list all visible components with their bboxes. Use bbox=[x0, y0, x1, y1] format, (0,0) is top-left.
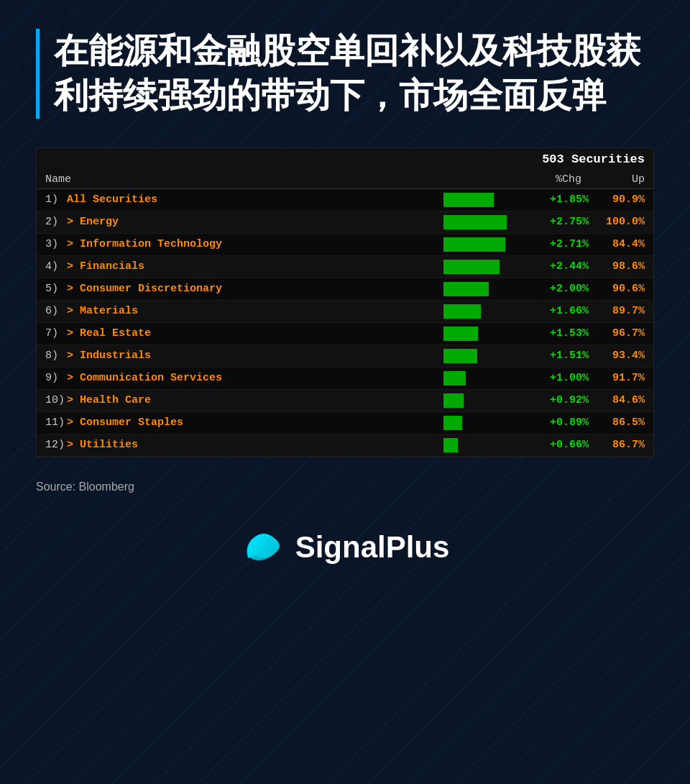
table-row: 8) > Industrials +1.51% 93.4% bbox=[37, 345, 653, 368]
bar-indicator bbox=[443, 237, 505, 252]
row-pct-change: +2.75% bbox=[530, 216, 594, 228]
col-header-name: Name bbox=[45, 173, 357, 186]
row-up-pct: 86.7% bbox=[594, 439, 645, 451]
row-bar-cell bbox=[443, 438, 530, 452]
table-row: 5) > Consumer Discretionary +2.00% 90.6% bbox=[37, 278, 653, 301]
row-up-pct: 86.5% bbox=[594, 416, 645, 429]
bar-indicator bbox=[443, 260, 500, 274]
bar-indicator bbox=[443, 215, 507, 229]
table-row: 9) > Communication Services +1.00% 91.7% bbox=[37, 368, 653, 390]
row-bar-cell bbox=[443, 349, 530, 363]
table-body: 1) All Securities +1.85% 90.9% 2) > Ener… bbox=[37, 189, 653, 457]
securities-table: 503 Securities Name %Chg Up 1) All Secur… bbox=[36, 147, 654, 457]
row-sector-name: > Health Care bbox=[67, 394, 443, 406]
column-headers: Name %Chg Up bbox=[37, 170, 653, 189]
row-up-pct: 90.6% bbox=[594, 283, 645, 295]
table-row: 3) > Information Technology +2.71% 84.4% bbox=[37, 234, 653, 256]
col-header-up: Up bbox=[587, 173, 645, 186]
col-header-bar-spacer bbox=[357, 173, 443, 186]
row-up-pct: 84.6% bbox=[594, 394, 645, 406]
row-sector-name: > Consumer Discretionary bbox=[67, 283, 443, 295]
row-number: 11) bbox=[45, 416, 67, 429]
row-bar-cell bbox=[443, 327, 530, 341]
row-pct-change: +0.92% bbox=[530, 394, 594, 406]
row-sector-name: > Information Technology bbox=[67, 238, 443, 250]
row-up-pct: 96.7% bbox=[594, 327, 645, 339]
row-up-pct: 90.9% bbox=[594, 193, 645, 206]
row-number: 10) bbox=[45, 394, 67, 406]
row-bar-cell bbox=[443, 282, 530, 296]
logo-section: SignalPlus bbox=[36, 529, 654, 565]
table-row: 10) > Health Care +0.92% 84.6% bbox=[37, 390, 653, 412]
bar-indicator bbox=[443, 349, 477, 363]
row-bar-cell bbox=[443, 215, 530, 229]
row-pct-change: +0.89% bbox=[530, 416, 594, 429]
row-pct-change: +1.00% bbox=[530, 372, 594, 384]
row-bar-cell bbox=[443, 260, 530, 274]
row-number: 9) bbox=[45, 372, 67, 384]
main-container: 在能源和金融股空单回补以及科技股获利持续强劲的带动下，市场全面反弹 503 Se… bbox=[0, 0, 690, 594]
row-number: 12) bbox=[45, 439, 67, 451]
row-sector-name: > Communication Services bbox=[67, 372, 443, 384]
row-number: 3) bbox=[45, 238, 67, 250]
row-number: 7) bbox=[45, 327, 67, 339]
col-header-pct: %Chg bbox=[443, 173, 587, 186]
securities-count: 503 Securities bbox=[542, 152, 645, 166]
source-attribution: Source: Bloomberg bbox=[36, 480, 654, 493]
table-row: 6) > Materials +1.66% 89.7% bbox=[37, 301, 653, 323]
bar-indicator bbox=[443, 327, 478, 341]
row-sector-name: > Utilities bbox=[67, 439, 443, 451]
row-pct-change: +2.00% bbox=[530, 283, 594, 295]
table-row: 4) > Financials +2.44% 98.6% bbox=[37, 256, 653, 278]
row-sector-name: > Real Estate bbox=[67, 327, 443, 339]
row-up-pct: 93.4% bbox=[594, 350, 645, 362]
signalplus-logo-icon bbox=[241, 529, 284, 565]
row-bar-cell bbox=[443, 416, 530, 430]
bar-indicator bbox=[443, 438, 458, 452]
row-bar-cell bbox=[443, 193, 530, 207]
row-up-pct: 98.6% bbox=[594, 260, 645, 273]
bar-indicator bbox=[443, 416, 462, 430]
row-pct-change: +0.66% bbox=[530, 439, 594, 451]
row-number: 2) bbox=[45, 216, 67, 228]
bar-indicator bbox=[443, 393, 464, 408]
bar-indicator bbox=[443, 371, 466, 386]
row-pct-change: +1.53% bbox=[530, 327, 594, 339]
row-bar-cell bbox=[443, 237, 530, 252]
row-pct-change: +1.66% bbox=[530, 305, 594, 317]
table-row: 12) > Utilities +0.66% 86.7% bbox=[37, 434, 653, 457]
row-bar-cell bbox=[443, 371, 530, 386]
row-number: 6) bbox=[45, 305, 67, 317]
row-pct-change: +1.85% bbox=[530, 193, 594, 206]
row-up-pct: 91.7% bbox=[594, 372, 645, 384]
row-sector-name: > Financials bbox=[67, 260, 443, 273]
table-row: 7) > Real Estate +1.53% 96.7% bbox=[37, 323, 653, 345]
bar-indicator bbox=[443, 193, 494, 207]
row-number: 1) bbox=[45, 193, 67, 206]
row-sector-name: > Energy bbox=[67, 216, 443, 228]
row-up-pct: 89.7% bbox=[594, 305, 645, 317]
row-sector-name: > Materials bbox=[67, 305, 443, 317]
row-pct-change: +2.44% bbox=[530, 260, 594, 273]
row-number: 8) bbox=[45, 350, 67, 362]
row-up-pct: 100.0% bbox=[594, 216, 645, 228]
row-sector-name: > Industrials bbox=[67, 350, 443, 362]
row-sector-name: All Securities bbox=[67, 193, 443, 206]
logo-text: SignalPlus bbox=[295, 530, 450, 565]
title-section: 在能源和金融股空单回补以及科技股获利持续强劲的带动下，市场全面反弹 bbox=[36, 29, 654, 119]
row-sector-name: > Consumer Staples bbox=[67, 416, 443, 429]
row-pct-change: +2.71% bbox=[530, 238, 594, 250]
table-row: 2) > Energy +2.75% 100.0% bbox=[37, 211, 653, 234]
bar-indicator bbox=[443, 282, 489, 296]
table-row: 1) All Securities +1.85% 90.9% bbox=[37, 189, 653, 211]
page-title: 在能源和金融股空单回补以及科技股获利持续强劲的带动下，市场全面反弹 bbox=[54, 29, 654, 119]
bar-indicator bbox=[443, 304, 481, 319]
table-row: 11) > Consumer Staples +0.89% 86.5% bbox=[37, 412, 653, 434]
svg-point-0 bbox=[244, 533, 281, 564]
table-header: 503 Securities bbox=[37, 148, 653, 170]
row-number: 4) bbox=[45, 260, 67, 273]
row-bar-cell bbox=[443, 393, 530, 408]
row-pct-change: +1.51% bbox=[530, 350, 594, 362]
row-up-pct: 84.4% bbox=[594, 238, 645, 250]
row-bar-cell bbox=[443, 304, 530, 319]
